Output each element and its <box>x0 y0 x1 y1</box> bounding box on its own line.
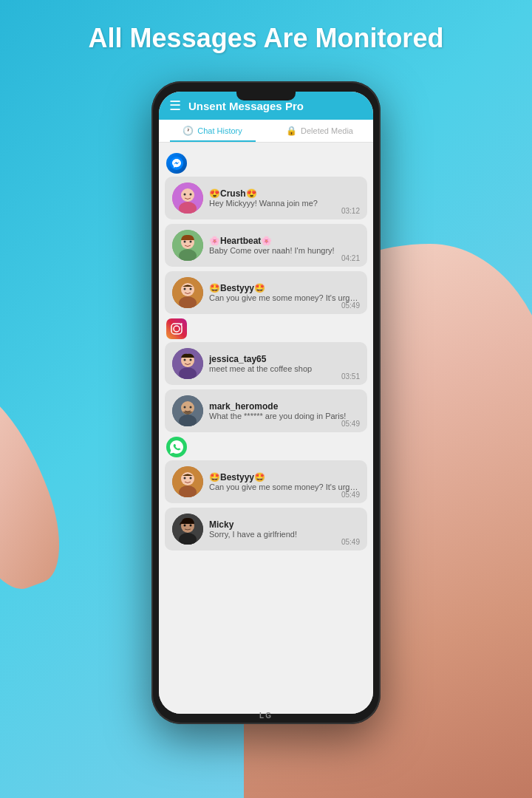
message-bestyyy-1-time: 05:49 <box>341 301 360 310</box>
app-title: Unsent Messages Pro <box>188 100 304 112</box>
svg-rect-16 <box>166 318 187 339</box>
message-bestyyy-2-sender: 🤩Bestyyy🤩 <box>209 472 360 482</box>
svg-point-35 <box>190 477 192 480</box>
chat-history-icon: 🕐 <box>183 126 194 136</box>
svg-point-34 <box>184 477 186 480</box>
avatar-crush <box>172 183 203 214</box>
message-micky[interactable]: Micky Sorry, I have a girlfriend! 05:49 <box>165 508 367 550</box>
tab-deleted-media-label: Deleted Media <box>301 126 353 135</box>
whatsapp-section-header <box>166 437 367 457</box>
avatar-mark <box>172 395 203 426</box>
avatar-jessica <box>172 348 203 379</box>
message-jessica-text: meet mee at the coffee shop <box>209 364 360 373</box>
message-bestyyy-2-text: Can you give me some money? It's urgent <box>209 482 360 491</box>
avatar-micky <box>172 514 203 545</box>
message-micky-text: Sorry, I have a girlfriend! <box>209 530 360 539</box>
svg-point-5 <box>190 194 192 196</box>
tab-chat-history-label: Chat History <box>197 126 242 135</box>
message-jessica-body: jessica_tay65 meet mee at the coffee sho… <box>209 354 360 373</box>
message-mark-sender: mark_heromode <box>209 401 360 412</box>
svg-point-15 <box>190 288 192 290</box>
svg-point-0 <box>170 157 183 170</box>
message-heartbeat[interactable]: 🌸Heartbeat🌸 Baby Come over naah! I'm hun… <box>165 224 367 267</box>
svg-point-40 <box>190 525 192 527</box>
svg-point-10 <box>190 241 192 243</box>
hand-thumb <box>0 375 77 600</box>
svg-point-29 <box>190 406 192 409</box>
message-heartbeat-text: Baby Come over naah! I'm hungry! <box>209 246 360 255</box>
svg-point-4 <box>184 194 186 196</box>
svg-point-23 <box>184 359 186 361</box>
avatar-heartbeat <box>172 230 203 261</box>
instagram-section-header <box>166 318 367 339</box>
messenger-section-header <box>166 153 367 174</box>
svg-point-24 <box>190 359 192 361</box>
message-bestyyy-1-body: 🤩Bestyyy🤩 Can you give me some money? It… <box>209 283 360 302</box>
phone-container: ☰ Unsent Messages Pro 🕐 Chat History 🔒 D… <box>151 81 381 724</box>
message-micky-sender: Micky <box>209 519 360 530</box>
message-crush-text: Hey Mickyyy! Wanna join me? <box>209 199 360 208</box>
avatar-bestyyy-2 <box>172 466 203 497</box>
message-micky-body: Micky Sorry, I have a girlfriend! <box>209 519 360 539</box>
deleted-media-icon: 🔒 <box>286 126 297 136</box>
phone: ☰ Unsent Messages Pro 🕐 Chat History 🔒 D… <box>151 81 381 724</box>
message-heartbeat-time: 04:21 <box>341 254 360 262</box>
message-mark-text: What the ****** are you doing in Paris! <box>209 412 360 420</box>
message-bestyyy-2-time: 05:49 <box>341 491 360 499</box>
app-tabs: 🕐 Chat History 🔒 Deleted Media <box>159 120 373 143</box>
message-crush-body: 😍Crush😍 Hey Mickyyy! Wanna join me? <box>209 188 360 208</box>
message-mark-time: 05:49 <box>341 420 360 428</box>
message-jessica-sender: jessica_tay65 <box>209 354 360 364</box>
message-bestyyy-1[interactable]: 🤩Bestyyy🤩 Can you give me some money? It… <box>165 271 367 314</box>
message-heartbeat-sender: 🌸Heartbeat🌸 <box>209 236 360 246</box>
headline: All Messages Are Monitored <box>89 22 444 54</box>
avatar-bestyyy-1 <box>172 277 203 308</box>
svg-point-9 <box>184 241 186 243</box>
svg-point-2 <box>181 188 194 202</box>
phone-brand: LG <box>259 712 273 720</box>
svg-point-14 <box>184 288 186 290</box>
tab-deleted-media[interactable]: 🔒 Deleted Media <box>266 120 373 142</box>
message-heartbeat-body: 🌸Heartbeat🌸 Baby Come over naah! I'm hun… <box>209 236 360 255</box>
message-crush-sender: 😍Crush😍 <box>209 188 360 199</box>
message-jessica-time: 03:51 <box>341 372 360 381</box>
message-crush[interactable]: 😍Crush😍 Hey Mickyyy! Wanna join me? 03:1… <box>165 177 367 219</box>
message-bestyyy-2-body: 🤩Bestyyy🤩 Can you give me some money? It… <box>209 472 360 491</box>
messenger-icon <box>166 153 187 174</box>
svg-point-39 <box>184 525 186 527</box>
hamburger-icon[interactable]: ☰ <box>169 99 181 112</box>
message-bestyyy-2[interactable]: 🤩Bestyyy🤩 Can you give me some money? It… <box>165 460 367 503</box>
phone-notch <box>236 92 296 100</box>
tab-chat-history[interactable]: 🕐 Chat History <box>159 120 266 142</box>
instagram-icon <box>166 318 187 339</box>
message-mark[interactable]: mark_heromode What the ****** are you do… <box>165 389 367 432</box>
message-bestyyy-1-text: Can you give me some money? It's urgent <box>209 293 360 302</box>
svg-point-28 <box>184 406 186 409</box>
message-jessica[interactable]: jessica_tay65 meet mee at the coffee sho… <box>165 342 367 385</box>
message-mark-body: mark_heromode What the ****** are you do… <box>209 401 360 420</box>
message-micky-time: 05:49 <box>341 538 360 546</box>
message-bestyyy-1-sender: 🤩Bestyyy🤩 <box>209 283 360 293</box>
phone-screen: ☰ Unsent Messages Pro 🕐 Chat History 🔒 D… <box>159 92 373 714</box>
app-content: 😍Crush😍 Hey Mickyyy! Wanna join me? 03:1… <box>159 143 373 714</box>
message-crush-time: 03:12 <box>341 207 360 215</box>
whatsapp-icon <box>166 437 187 457</box>
svg-point-19 <box>180 323 182 324</box>
